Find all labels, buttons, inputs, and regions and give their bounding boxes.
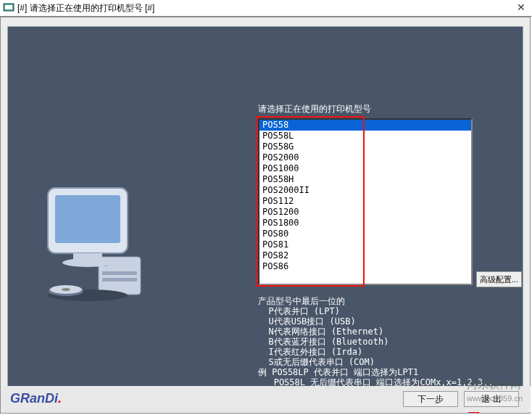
- list-item[interactable]: POS58: [259, 120, 471, 131]
- list-item[interactable]: POS2000II: [259, 185, 471, 196]
- prompt-label: 请选择正在使用的打印机型号: [258, 103, 371, 115]
- svg-rect-4: [102, 271, 137, 275]
- list-item[interactable]: POS1200: [259, 207, 471, 218]
- list-item[interactable]: POS112: [259, 196, 471, 207]
- next-button[interactable]: 下一步: [403, 391, 458, 407]
- list-item[interactable]: POS81: [259, 239, 471, 250]
- content-area: 请选择正在使用的打印机型号 POS58POS58LPOS58GPOS2000PO…: [0, 17, 531, 414]
- list-item[interactable]: POS58L: [259, 131, 471, 141]
- suffix-info-text: 产品型号中最后一位的 P代表并口 (LPT) U代表USB接口 (USB) N代…: [258, 296, 494, 398]
- list-item[interactable]: POS80: [259, 229, 471, 239]
- list-item[interactable]: POS86: [259, 261, 471, 272]
- svg-rect-5: [102, 278, 137, 282]
- list-item[interactable]: POS58H: [259, 174, 471, 185]
- close-icon[interactable]: ✕: [515, 2, 528, 14]
- app-icon: [3, 2, 14, 14]
- computer-illustration: [33, 181, 200, 304]
- list-item[interactable]: POS82: [259, 250, 471, 261]
- bottom-bar: GRanDi. 下一步 退 出: [1, 386, 531, 412]
- list-item[interactable]: POS1800: [259, 218, 471, 229]
- model-listbox[interactable]: POS58POS58LPOS58GPOS2000POS1000POS58HPOS…: [258, 118, 473, 285]
- list-item[interactable]: POS1000: [259, 163, 471, 174]
- advanced-config-button[interactable]: 高级配置...: [476, 271, 522, 287]
- svg-point-10: [62, 258, 113, 267]
- titlebar: [#] 请选择正在使用的打印机型号 [#] ✕: [0, 0, 532, 17]
- list-item[interactable]: POS2000: [259, 152, 471, 163]
- window-title: [#] 请选择正在使用的打印机型号 [#]: [17, 2, 154, 15]
- svg-rect-8: [55, 195, 120, 243]
- brand-logo: GRanDi.: [10, 391, 62, 406]
- svg-point-13: [62, 288, 70, 291]
- list-item[interactable]: POS58G: [259, 141, 471, 152]
- svg-rect-1: [5, 5, 12, 9]
- exit-button[interactable]: 退 出: [464, 391, 519, 407]
